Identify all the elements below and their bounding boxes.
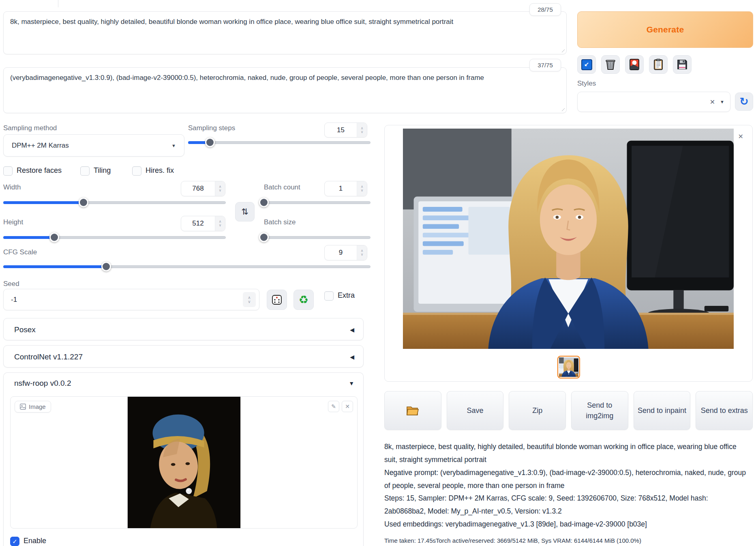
reuse-seed-button[interactable]: ♻ [293,290,314,310]
clear-prompt-button[interactable] [601,55,620,74]
cfg-scale-input[interactable]: 9 ∧∨ [324,245,367,260]
sampling-method-caret-icon: ▼ [171,143,176,148]
roop-accordion-header[interactable]: nsfw-roop v0.0.2 ▼ [4,373,363,394]
tiling-checkbox[interactable] [80,166,90,176]
send-to-inpaint-button[interactable]: Send to inpaint [634,391,691,430]
save-button[interactable]: Save [447,391,504,430]
prompt-text: 8k, masterpiece, best quality, highly de… [10,18,453,26]
cfg-scale-slider[interactable] [3,262,371,271]
gallery-close-icon[interactable]: ✕ [738,133,743,140]
posex-accordion-header[interactable]: Posex ◀ [4,318,363,341]
cfg-scale-value: 9 [325,245,357,260]
sampling-steps-spinner[interactable]: ∧∨ [357,123,367,137]
roop-source-image[interactable] [127,397,241,528]
roop-enable-label: Enable [24,537,46,545]
time-taken-line: Time taken: 17.45sTorch active/reserved:… [384,535,751,546]
paste-generation-params-button[interactable]: ↙ [577,55,596,74]
height-spinner[interactable]: ∧∨ [215,216,225,231]
time-taken: Time taken: 17.45s [384,537,436,544]
swap-dimensions-button[interactable]: ⇅ [235,202,255,221]
apply-style-button[interactable] [649,55,668,74]
prompt-input[interactable]: 8k, masterpiece, best quality, highly de… [3,11,567,54]
sampling-method-dropdown[interactable]: DPM++ 2M Karras ▼ [3,134,184,157]
sampling-steps-label: Sampling steps [188,124,235,132]
height-input[interactable]: 512 ∧∨ [181,216,225,231]
dice-icon [272,294,282,305]
show-extra-networks-button[interactable] [625,55,644,74]
batch-count-slider[interactable] [260,198,371,207]
posex-collapse-icon: ◀ [350,327,354,333]
sampling-steps-slider[interactable] [188,138,371,147]
negative-token-counter: 37/75 [529,59,561,71]
restore-faces-checkbox[interactable] [3,166,13,176]
controlnet-accordion-header[interactable]: ControlNet v1.1.227 ◀ [4,346,363,368]
width-spinner[interactable]: ∧∨ [215,181,225,196]
swap-icon: ⇅ [241,207,248,217]
extra-seed-checkbox[interactable] [324,291,334,301]
trash-icon [605,59,616,70]
send-to-extras-button[interactable]: Send to extras [696,391,753,430]
hires-fix-label: Hires. fix [146,166,174,175]
styles-dropdown[interactable]: ✕ ▼ [577,92,730,112]
roop-image-dropzone[interactable]: Image ✎ ✕ [10,396,358,529]
cfg-scale-label: CFG Scale [3,248,37,256]
styles-caret-icon: ▼ [720,99,724,104]
roop-image-clear-button[interactable]: ✕ [342,401,353,412]
seed-input[interactable]: -1 ∧∨ [3,289,259,310]
cfg-scale-slider-handle[interactable] [101,262,111,271]
info-parameters: Steps: 15, Sampler: DPM++ 2M Karras, CFG… [384,492,751,518]
cfg-scale-spinner[interactable]: ∧∨ [357,245,367,260]
refresh-icon: ↻ [740,95,749,108]
width-slider[interactable] [3,198,226,207]
zip-button[interactable]: Zip [509,391,566,430]
seed-value: -1 [4,289,243,310]
batch-size-slider[interactable] [260,233,371,242]
gallery-thumbnail-selected[interactable] [557,356,580,378]
generated-image[interactable] [403,129,734,349]
generation-info: 8k, masterpiece, best quality, highly de… [384,441,751,546]
close-icon: ✕ [345,403,350,410]
folder-icon [406,405,419,416]
height-slider[interactable] [3,233,226,242]
styles-clear-icon[interactable]: ✕ [710,98,715,106]
negative-prompt-input[interactable]: (verybadimagenegative_v1.3:0.9), (bad-im… [3,67,567,113]
controlnet-title: ControlNet v1.1.227 [14,353,83,361]
generate-button[interactable]: Generate [577,11,753,48]
posex-title: Posex [14,325,36,334]
posex-accordion: Posex ◀ [3,318,364,340]
seed-label: Seed [3,280,19,288]
batch-size-slider-handle[interactable] [259,232,269,242]
batch-size-label: Batch size [264,218,296,226]
roop-collapse-icon: ▼ [349,380,354,387]
sampling-steps-slider-handle[interactable] [205,138,215,147]
sampling-steps-value: 15 [325,123,357,137]
width-label: Width [3,183,21,191]
info-negative-prompt: Negative prompt: (verybadimagenegative_v… [384,466,751,492]
batch-count-slider-handle[interactable] [259,198,269,207]
height-slider-handle[interactable] [49,232,59,242]
width-slider-handle[interactable] [79,198,88,207]
save-style-button[interactable] [673,55,692,74]
hires-fix-checkbox[interactable] [132,166,141,176]
refresh-styles-button[interactable]: ↻ [735,92,753,111]
batch-count-spinner[interactable]: ∧∨ [357,181,367,196]
roop-enable-checkbox[interactable]: ✓ [10,537,19,546]
seed-spinner[interactable]: ∧∨ [243,292,256,307]
batch-count-value: 1 [325,181,357,196]
thumbnail-image [559,357,578,377]
prompt-token-counter: 28/75 [529,3,561,16]
result-gallery: ✕ [384,125,753,382]
roop-accordion: nsfw-roop v0.0.2 ▼ Image ✎ ✕ [3,372,364,546]
resize-handle-icon[interactable] [559,106,565,111]
sampling-steps-input[interactable]: 15 ∧∨ [324,123,367,138]
batch-count-input[interactable]: 1 ∧∨ [324,181,367,196]
roop-image-edit-button[interactable]: ✎ [328,401,339,412]
send-to-img2img-button[interactable]: Send to img2img [571,391,628,430]
recycle-icon: ♻ [299,294,308,305]
random-seed-button[interactable] [267,290,287,310]
resize-handle-icon[interactable] [559,47,565,52]
paste-arrow-icon: ↙ [581,59,592,70]
cutoff-fragment [58,0,58,7]
open-folder-button[interactable] [384,391,441,430]
width-input[interactable]: 768 ∧∨ [181,181,225,196]
